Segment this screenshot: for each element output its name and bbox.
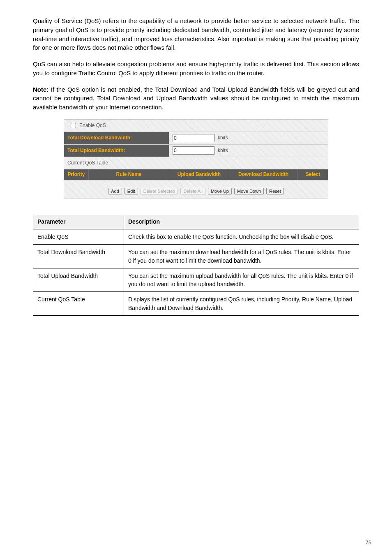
desc-cell: You can set the maximum download bandwid… [124,245,359,268]
upload-unit: kbits [218,147,228,154]
param-cell: Total Download Bandwidth [33,245,124,268]
enable-qos-checkbox[interactable] [71,123,76,128]
upload-bandwidth-input[interactable] [173,146,214,155]
note-body: If the QoS option is not enabled, the To… [33,86,359,111]
download-unit: kbits [218,134,228,141]
head-rule-name: Rule Name [89,169,169,180]
table-row: Total Upload Bandwidth You can set the m… [33,268,359,292]
intro-paragraph: Quality of Service (QoS) refers to the c… [33,16,359,52]
current-qos-table-title: Current QoS Table [64,157,328,169]
qos-button-row: Add Edit Delete Selected Delete All Move… [64,180,328,199]
desc-head-parameter: Parameter [33,214,124,229]
note-label: Note [33,86,46,93]
reset-button[interactable]: Reset [266,188,284,194]
download-bandwidth-row: Total Download Bandwidth: kbits [64,132,328,144]
enable-qos-label: Enable QoS [79,122,106,129]
note-paragraph: Note: If the QoS option is not enabled, … [33,85,359,112]
qos-panel: Enable QoS Total Download Bandwidth: kbi… [64,119,328,199]
head-download-bandwidth: Download Bandwidth [229,169,298,180]
head-upload-bandwidth: Upload Bandwidth [169,169,229,180]
move-down-button[interactable]: Move Down [234,188,264,194]
download-bandwidth-input[interactable] [173,134,214,142]
edit-button[interactable]: Edit [125,188,138,194]
param-cell: Current QoS Table [33,292,124,316]
add-button[interactable]: Add [108,188,122,194]
head-priority: Priority [64,169,89,180]
table-row: Enable QoS Check this box to enable the … [33,229,359,245]
download-bandwidth-label: Total Download Bandwidth: [64,132,169,144]
delete-all-button[interactable]: Delete All [180,188,205,194]
page-number: 75 [366,539,371,547]
desc-cell: Displays the list of currently configure… [124,292,359,316]
move-up-button[interactable]: Move Up [208,188,232,194]
desc-cell: Check this box to enable the QoS functio… [124,229,359,245]
param-cell: Total Upload Bandwidth [33,268,124,292]
description-table: Parameter Description Enable QoS Check t… [33,214,359,316]
body-paragraph: QoS can also help to alleviate congestio… [33,60,359,78]
param-cell: Enable QoS [33,229,124,245]
desc-cell: You can set the maximum upload bandwidth… [124,268,359,292]
qos-table-header: Priority Rule Name Upload Bandwidth Down… [64,169,328,180]
head-select: Select [298,169,328,180]
upload-bandwidth-row: Total Upload Bandwidth: kbits [64,145,328,157]
table-row: Current QoS Table Displays the list of c… [33,292,359,316]
table-row: Total Download Bandwidth You can set the… [33,245,359,268]
enable-qos-row: Enable QoS [64,120,328,132]
desc-head-description: Description [124,214,359,229]
upload-bandwidth-label: Total Upload Bandwidth: [64,145,169,157]
delete-selected-button[interactable]: Delete Selected [141,188,178,194]
